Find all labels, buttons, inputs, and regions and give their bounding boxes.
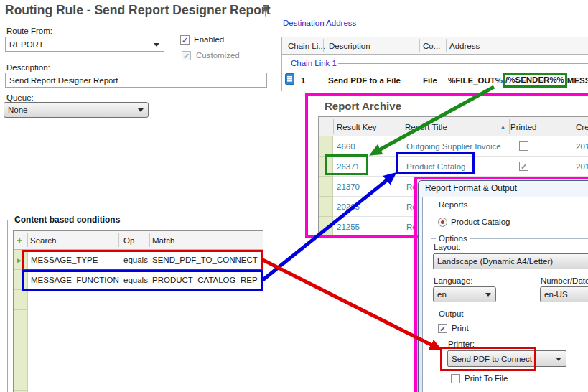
column-header-report-title[interactable]: Report Title — [405, 117, 447, 136]
printer-label: Printer: — [448, 340, 475, 348]
column-divider — [118, 233, 119, 247]
options-group-label: Options — [439, 234, 467, 243]
radio-dot-icon — [441, 220, 444, 224]
language-label: Language: — [434, 276, 472, 285]
destination-address-cell: %FILE_OUT%/%SENDER%%MESS — [448, 70, 588, 90]
column-divider — [323, 39, 324, 52]
add-icon[interactable]: + — [17, 231, 22, 250]
destination-description-cell: Send PDF to a File — [328, 70, 401, 90]
pin-icon[interactable] — [261, 5, 271, 17]
report-title-link[interactable]: Re — [406, 177, 417, 196]
enabled-label: Enabled — [194, 35, 224, 44]
column-header-result-key[interactable]: Result Key — [337, 117, 377, 136]
column-header-printed[interactable]: Printed — [510, 117, 536, 136]
result-key-link[interactable]: 26371 — [337, 157, 360, 176]
column-divider — [398, 119, 398, 134]
address-prefix: %FILE_OUT% — [448, 76, 503, 85]
route-from-label: Route From: — [6, 27, 52, 35]
printer-select[interactable]: Send PDF to Connect — [447, 350, 566, 367]
table-row[interactable]: MESSAGE_TYPE equals SEND_PDF_TO_CONNECT — [28, 250, 263, 270]
destination-co-cell: File — [423, 70, 437, 90]
sort-asc-icon: ▲ — [500, 117, 506, 136]
chevron-down-icon — [556, 358, 561, 364]
column-header-description[interactable]: Description — [329, 37, 370, 55]
route-from-value: REPORT — [9, 37, 44, 51]
report-title-link[interactable]: Re — [406, 217, 417, 236]
current-row-marker-icon: ► — [16, 250, 23, 270]
condition-search-cell: MESSAGE_FUNCTION — [31, 270, 119, 289]
route-from-select[interactable]: REPORT — [5, 37, 164, 52]
report-archive-title: Report Archive — [325, 100, 401, 112]
column-header-search[interactable]: Search — [30, 231, 56, 250]
result-key-link[interactable]: 4660 — [337, 136, 355, 156]
description-field[interactable]: Send Report Designer Report — [5, 73, 267, 88]
chevron-down-icon — [485, 293, 491, 299]
print-label: Print — [452, 324, 469, 332]
row-marker-column — [319, 136, 333, 238]
printed-checkbox[interactable] — [519, 141, 528, 151]
column-header-created[interactable]: Create — [576, 117, 588, 136]
chain-link-number: 1 — [301, 70, 305, 90]
page-title: Routing Rule - Send Report Designer Repo… — [5, 3, 270, 18]
destination-table-header: Chain Li... Description Co... Address — [282, 37, 588, 55]
created-cell: 2017-0 — [576, 136, 588, 156]
column-header-op[interactable]: Op — [123, 231, 134, 250]
print-to-file-checkbox[interactable] — [451, 374, 460, 383]
check-icon: ✓ — [183, 52, 190, 60]
layout-label: Layout: — [434, 243, 461, 251]
app-window: Routing Rule - Send Report Designer Repo… — [0, 0, 588, 392]
column-divider — [27, 233, 28, 247]
chevron-down-icon — [138, 108, 144, 115]
table-row[interactable]: MESSAGE_FUNCTION equals PRODUCT_CATALOG_… — [28, 270, 263, 290]
check-icon: ✓ — [182, 36, 188, 45]
chain-link-group-line — [338, 63, 588, 64]
table-row[interactable]: 26371 Product Catalog ✓ 2017-1 — [333, 157, 588, 177]
column-divider — [446, 39, 447, 52]
output-group-label: Output — [439, 309, 464, 318]
layout-select[interactable]: Landscape (Dynamic A4/Letter) — [433, 253, 588, 269]
check-icon: ✓ — [521, 162, 527, 171]
result-key-link[interactable]: 20205 — [337, 197, 360, 216]
condition-search-cell: MESSAGE_TYPE — [31, 250, 98, 269]
report-format-dialog: Report Format & Output Reports Product C… — [418, 180, 588, 392]
language-value: en — [437, 287, 447, 302]
created-cell: 2017-1 — [576, 157, 588, 176]
column-divider — [509, 119, 510, 134]
column-header-address[interactable]: Address — [449, 37, 480, 55]
conditions-table: + Search Op Match ► MESSAGE_TYPE equals … — [13, 230, 263, 392]
reports-group-label: Reports — [439, 200, 467, 209]
report-title-link[interactable]: Product Catalog — [406, 157, 465, 176]
output-group: Output — [431, 309, 588, 318]
column-header-chain-link[interactable]: Chain Li... — [288, 37, 325, 55]
table-row[interactable]: 1 Send PDF to a File File %FILE_OUT%/%SE… — [282, 70, 588, 90]
customized-checkbox: ✓ — [182, 51, 191, 60]
dialog-title[interactable]: Report Format & Output — [425, 183, 517, 193]
chain-link-group-label: Chain Link 1 — [291, 57, 337, 70]
report-title-link[interactable]: Outgoing Supplier Invoice — [406, 136, 501, 156]
condition-match-cell: PRODUCT_CATALOG_REP — [152, 270, 258, 289]
report-archive-header: Result Key Report Title ▲ Printed Create — [319, 117, 588, 136]
reports-group: Reports — [431, 200, 588, 209]
destination-address-link[interactable]: Destination Address — [283, 19, 356, 27]
printed-checkbox[interactable]: ✓ — [519, 162, 528, 171]
result-key-link[interactable]: 21255 — [337, 217, 360, 236]
report-title-link[interactable]: Re — [406, 197, 417, 216]
enabled-checkbox[interactable]: ✓ — [180, 35, 190, 45]
language-select[interactable]: en — [433, 286, 496, 302]
product-catalog-radio[interactable] — [438, 218, 447, 227]
number-date-select[interactable]: en-US — [540, 286, 588, 302]
table-row[interactable]: 4660 Outgoing Supplier Invoice 2017-0 — [333, 136, 588, 157]
result-key-link[interactable]: 21370 — [337, 177, 360, 196]
condition-op-cell: equals — [123, 250, 148, 269]
print-checkbox[interactable]: ✓ — [438, 324, 447, 333]
annotation-box-sender: /%SENDER%% — [503, 73, 567, 88]
row-marker-column — [14, 250, 28, 392]
conditions-table-header: + Search Op Match — [14, 231, 263, 250]
queue-label: Queue: — [6, 93, 34, 102]
column-header-co[interactable]: Co... — [423, 37, 440, 55]
queue-select[interactable]: None — [4, 102, 149, 118]
document-icon — [285, 73, 295, 85]
product-catalog-radio-label: Product Catalog — [451, 218, 510, 226]
column-header-match[interactable]: Match — [152, 231, 174, 250]
dialog-body: Reports Product Catalog Options Layout: … — [422, 197, 588, 392]
